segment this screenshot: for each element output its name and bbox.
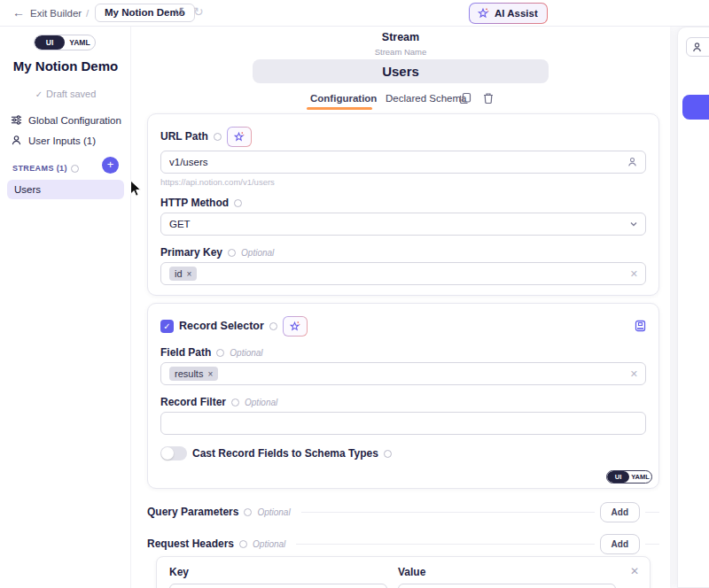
optional-badge: Optional [257,507,290,517]
sidebar-item-user-inputs[interactable]: User Inputs (1) [11,130,126,151]
stream-name-label: Stream Name [131,47,670,57]
user-interpolation-icon[interactable] [627,157,638,168]
add-request-header-button[interactable]: Add [600,534,640,554]
http-method-value: GET [169,219,191,229]
cast-fields-label: Cast Record Fields to Schema Types [192,447,378,460]
ui-toggle-option[interactable]: UI [35,35,65,50]
draft-status: ✓Draft saved [0,89,131,99]
clear-field-icon[interactable]: ✕ [630,368,638,380]
http-method-label: HTTP Method [160,197,229,209]
tag-chip-id[interactable]: id × [169,267,197,281]
request-headers-section: Request Headers Optional Add [147,533,659,554]
ui-yaml-toggle[interactable]: UI YAML [34,35,96,50]
record-filter-label: Record Filter [160,396,226,408]
primary-key-label: Primary Key [160,246,222,259]
remove-tag-icon[interactable]: × [207,369,213,379]
sidebar-item-global-configuration[interactable]: Global Configuration [11,110,126,130]
sparkle-icon [233,131,245,143]
divider [301,512,595,513]
info-icon [214,133,222,141]
clear-field-icon[interactable]: ✕ [630,268,638,280]
test-stream-button[interactable] [682,95,709,120]
remove-tag-icon[interactable]: × [187,269,192,279]
record-filter-value[interactable] [169,418,622,429]
tab-configuration[interactable]: Configuration [310,93,377,104]
primary-key-tag-input[interactable]: id × ✕ [160,262,646,285]
divider [645,512,659,513]
card-ui-yaml-toggle[interactable]: UI YAML [606,470,652,484]
add-stream-button[interactable]: + [102,157,119,174]
info-icon [384,450,392,458]
active-tab-underline [307,107,372,110]
remove-header-icon[interactable]: ✕ [630,565,639,577]
sparkle-icon [477,7,489,19]
sparkle-icon [289,321,300,332]
back-icon[interactable]: ← [12,5,25,19]
query-parameters-section: Query Parameters Optional Add [147,501,659,522]
chevron-down-icon [629,220,638,228]
add-query-parameter-button[interactable]: Add [600,502,640,522]
stream-config-panel: Stream Stream Name Users Configuration D… [131,27,670,588]
user-icon [691,42,703,53]
testing-values-menu[interactable] [686,37,709,57]
connector-title: My Notion Demo [0,58,131,74]
streams-header: STREAMS (1) [12,164,79,173]
header-key-input[interactable] [169,584,387,588]
url-path-value[interactable] [169,157,622,167]
info-icon [269,322,277,330]
tab-declared-schema[interactable]: Declared Schema [386,93,466,104]
record-selector-ai-button[interactable] [283,316,308,337]
testing-panel [677,27,709,588]
ai-assist-button[interactable]: AI Assist [469,3,548,24]
delete-stream-icon[interactable] [482,92,495,104]
sidebar-stream-users[interactable]: Users [7,180,124,199]
connector-builder-app: ← Exit Builder / My Notion Demo ↺ ↻ AI A… [0,0,709,588]
check-icon: ✓ [35,89,43,99]
request-header-row-card: ✕ Key Value [156,556,651,588]
optional-badge: Optional [245,398,277,407]
info-icon [216,349,224,357]
cast-fields-toggle[interactable] [160,446,187,460]
info-icon [244,508,252,516]
info-icon [234,199,242,207]
stream-name-input[interactable]: Users [253,59,549,83]
record-filter-input[interactable] [160,412,646,435]
info-icon [231,398,239,406]
info-icon [71,165,79,173]
tag-chip-results[interactable]: results × [169,367,218,381]
header-key-label: Key [169,566,398,578]
header-value-label: Value [398,566,637,578]
sidebar-item-label: User Inputs (1) [28,135,96,146]
yaml-toggle-option[interactable]: YAML [65,35,95,50]
redo-icon[interactable]: ↻ [193,4,204,19]
stream-panel-title: Stream [131,31,670,43]
field-path-tag-input[interactable]: results × ✕ [160,362,646,385]
record-selector-checkbox[interactable]: ✓ [160,320,174,333]
optional-badge: Optional [241,248,274,258]
url-path-label: URL Path [160,130,208,143]
request-options-card: URL Path https://api.notion.com/v1/u [147,113,659,296]
record-selector-card: ✓ Record Selector [147,303,659,489]
undo-icon[interactable]: ↺ [174,4,184,19]
url-preview-text: https://api.notion.com/v1/users [160,177,646,187]
user-icon [11,135,22,146]
http-method-select[interactable]: GET [160,213,646,236]
optional-badge: Optional [253,539,285,549]
divider [645,544,659,545]
doc-panel-icon[interactable] [635,320,646,332]
ai-assist-label: AI Assist [495,8,538,19]
header-value-input[interactable] [398,584,616,588]
sidebar-item-label: Global Configuration [28,115,121,126]
copy-stream-icon[interactable] [459,92,471,104]
topbar: ← Exit Builder / My Notion Demo ↺ ↻ AI A… [0,0,709,27]
record-selector-label: Record Selector [179,320,264,332]
ui-toggle-option[interactable]: UI [607,471,629,483]
info-icon [228,249,236,257]
sliders-icon [11,114,22,126]
url-path-input[interactable] [160,151,646,174]
url-path-ai-button[interactable] [227,127,252,147]
optional-badge: Optional [230,348,262,358]
exit-builder-link[interactable]: Exit Builder [30,8,82,19]
info-icon [239,540,247,548]
yaml-toggle-option[interactable]: YAML [629,471,651,483]
